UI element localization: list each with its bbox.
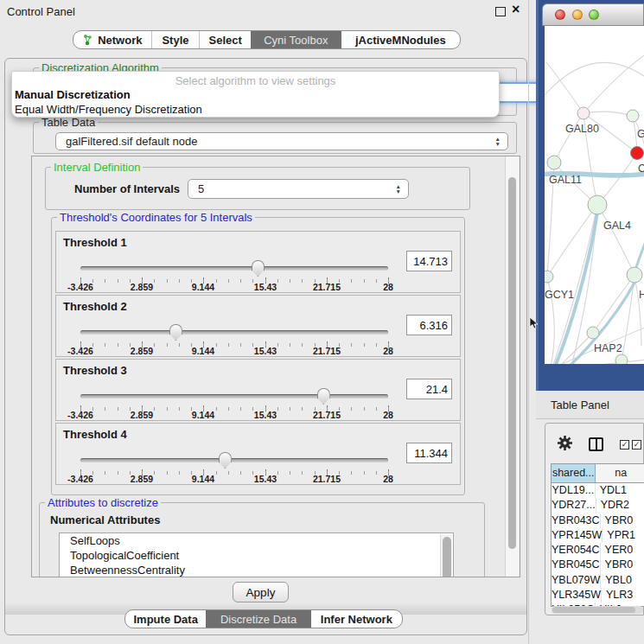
threshold-1-label: Threshold 1: [63, 236, 127, 249]
node-bottom[interactable]: [615, 354, 628, 364]
tick-label: 9.144: [192, 346, 214, 356]
control-panel-tabbar: Network Style Select Cyni Toolbox jActiv…: [73, 30, 461, 49]
tick-label: 9.144: [192, 410, 214, 420]
dropdown-option-equal-width[interactable]: Equal Width/Frequency Discretization: [12, 102, 499, 117]
float-window-icon[interactable]: [495, 7, 506, 16]
combo-arrows-icon: ▲▼: [495, 137, 501, 146]
node-table[interactable]: shared... na YDL19...YDL1 YDR27...YDR2 Y…: [551, 463, 644, 607]
tick-label: 15.43: [254, 474, 277, 484]
slider-thumb[interactable]: [317, 388, 330, 405]
tab-style[interactable]: Style: [151, 31, 200, 48]
node-hap2[interactable]: [587, 327, 599, 339]
node-label: GAL80: [565, 123, 599, 135]
threshold-4-value-field[interactable]: [406, 443, 452, 463]
table-row[interactable]: YBR043CYBR0: [552, 513, 644, 528]
tab-cyni-toolbox[interactable]: Cyni Toolbox: [251, 31, 341, 48]
threshold-1-slider[interactable]: [80, 260, 388, 277]
slider-track[interactable]: [80, 458, 388, 462]
tab-impute-data[interactable]: Impute Data: [125, 610, 206, 628]
mouse-cursor: [529, 316, 540, 329]
table-panel-title: Table Panel: [551, 399, 609, 411]
tab-infer-network[interactable]: Infer Network: [311, 610, 402, 628]
minimize-traffic-light-icon[interactable]: [572, 10, 583, 20]
threshold-3-slider[interactable]: [80, 388, 388, 405]
tab-discretize-data[interactable]: Discretize Data: [206, 610, 310, 628]
list-item[interactable]: BetweennessCentrality: [60, 563, 453, 577]
thresholds-group: Threshold's Coordinates for 5 Intervals …: [51, 217, 465, 495]
tick-label: -3.426: [67, 474, 93, 484]
slider-thumb[interactable]: [219, 452, 232, 469]
threshold-3-panel: Threshold 3 -3.426 2.859 9.144 15.43 21.…: [55, 359, 461, 421]
table-row[interactable]: YER054CYER0: [552, 543, 644, 558]
dropdown-option-manual[interactable]: Manual Discretization: [12, 87, 499, 102]
checkbox-column-icon[interactable]: ✓: [620, 440, 629, 450]
number-of-intervals-combobox[interactable]: 5 ▲▼: [188, 179, 409, 199]
list-item[interactable]: SelfLoops: [60, 533, 453, 548]
tick-label: 15.43: [254, 282, 277, 292]
close-icon[interactable]: ×: [512, 2, 520, 17]
panel-title: Control Panel: [7, 5, 75, 18]
table-horizontal-scrollbar[interactable]: [552, 606, 643, 614]
threshold-1-value-field[interactable]: [406, 251, 452, 271]
split-view-icon[interactable]: [589, 437, 603, 451]
zoom-traffic-light-icon[interactable]: [589, 10, 599, 20]
gear-icon[interactable]: [557, 435, 573, 455]
table-data-group: Table Data galFiltered.sif default node …: [33, 122, 517, 154]
node-gal80[interactable]: [577, 107, 590, 119]
tick-label: -3.426: [67, 282, 93, 292]
node-gcy1[interactable]: [545, 271, 553, 283]
node-h[interactable]: [627, 267, 642, 283]
threshold-2-slider[interactable]: [80, 324, 388, 341]
table-row[interactable]: YDL19...YDL1: [552, 483, 644, 498]
table-panel: ✓ ✓ shared... na YDL19...YDL1 YDR27...YD…: [545, 423, 644, 615]
tick-label: -3.426: [67, 346, 93, 356]
slider-track[interactable]: [80, 266, 388, 271]
attributes-group-title: Attributes to discretize: [45, 496, 161, 509]
tick-label: 2.859: [131, 282, 153, 292]
table-row[interactable]: YDR27...YDR2: [552, 498, 644, 513]
column-header-shared-name[interactable]: shared...: [552, 464, 596, 482]
numerical-attributes-label: Numerical Attributes: [50, 513, 160, 526]
interval-definition-group: Interval Definition Number of Intervals …: [45, 167, 470, 210]
table-row[interactable]: YLR345WYLR3: [552, 588, 644, 603]
table-data-combobox[interactable]: galFiltered.sif default node ▲▼: [55, 132, 508, 150]
tab-network-label: Network: [98, 34, 142, 47]
column-header-name[interactable]: na: [596, 464, 644, 482]
node-gal4[interactable]: [588, 195, 607, 214]
attributes-group: Attributes to discretize Numerical Attri…: [39, 502, 485, 577]
tab-network[interactable]: Network: [73, 31, 151, 48]
slider-track[interactable]: [80, 394, 388, 399]
slider-ticks: [80, 471, 389, 475]
list-scrollbar[interactable]: [440, 534, 452, 577]
list-item[interactable]: TopologicalCoefficient: [60, 548, 453, 563]
tab-style-label: Style: [162, 34, 188, 47]
numerical-attributes-list[interactable]: SelfLoops TopologicalCoefficient Between…: [59, 532, 454, 577]
threshold-4-panel: Threshold 4 -3.426 2.859 9.144 15.43 21.…: [55, 423, 461, 485]
apply-button[interactable]: Apply: [233, 582, 289, 603]
table-row[interactable]: YPR145WYPR1: [552, 528, 644, 543]
table-row[interactable]: YBL079WYBL0: [552, 573, 644, 588]
network-canvas[interactable]: GAL80 GA GAL11 GAL4 GCY1 H HAP2 C: [545, 26, 644, 364]
number-of-intervals-value: 5: [198, 182, 204, 195]
close-traffic-light-icon[interactable]: [555, 10, 565, 20]
tick-label: 2.859: [131, 346, 153, 356]
table-row[interactable]: YBR045CYBR0: [552, 558, 644, 572]
checkbox-column-icon[interactable]: ✓: [632, 440, 641, 450]
slider-track[interactable]: [80, 330, 388, 335]
settings-scrollbar-thumb[interactable]: [508, 177, 516, 549]
tab-jactivemnodules[interactable]: jActiveMNodules: [341, 31, 460, 48]
settings-scrollbar[interactable]: [505, 156, 519, 577]
threshold-1-panel: Threshold 1 -3.426 2.859 9.144 15.43 21.…: [55, 231, 461, 293]
node-red-selected[interactable]: [631, 147, 644, 160]
node-gal11[interactable]: [547, 156, 561, 169]
slider-thumb[interactable]: [169, 324, 182, 341]
node-top-right[interactable]: [627, 110, 639, 122]
threshold-2-value-field[interactable]: [406, 315, 452, 335]
slider-thumb[interactable]: [252, 260, 265, 277]
tab-select[interactable]: Select: [199, 31, 251, 48]
threshold-4-slider[interactable]: [80, 452, 388, 469]
tab-select-label: Select: [209, 34, 242, 47]
tick-label: 28: [383, 282, 393, 292]
tick-label: 28: [383, 346, 393, 356]
threshold-3-value-field[interactable]: [406, 379, 452, 399]
